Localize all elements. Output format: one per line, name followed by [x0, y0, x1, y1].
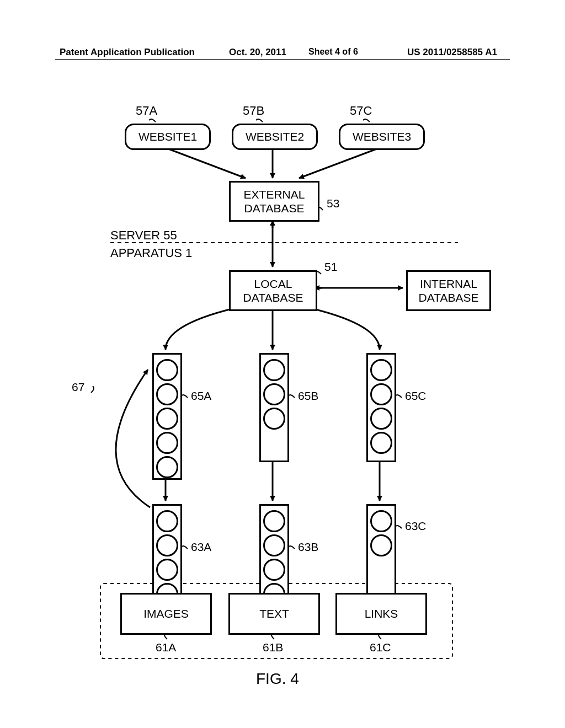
label-51: 51: [324, 260, 337, 274]
internal-db-box: INTERNAL DATABASE: [406, 270, 491, 311]
label-57c: 57C: [350, 104, 372, 118]
label-63a: 63A: [191, 540, 211, 554]
label-65b: 65B: [298, 389, 318, 403]
label-63c: 63C: [405, 520, 427, 533]
vbox-65b: [259, 353, 289, 462]
svg-line-0: [166, 148, 246, 178]
header-date: Oct. 20, 2011: [229, 47, 286, 58]
label-61a: 61A: [156, 641, 176, 654]
header-pubno: US 2011/0258585 A1: [407, 47, 497, 58]
header-sheet: Sheet 4 of 6: [308, 47, 358, 57]
figure-label: FIG. 4: [256, 670, 299, 688]
label-63b: 63B: [298, 540, 318, 554]
links-box: LINKS: [335, 593, 427, 635]
vbox-65c: [366, 353, 396, 462]
label-57b: 57B: [243, 104, 264, 118]
vbox-63c: [366, 504, 396, 595]
text-box: TEXT: [228, 593, 320, 635]
website1-box: WEBSITE1: [125, 124, 211, 150]
local-db-box: LOCAL DATABASE: [229, 270, 317, 311]
website2-box: WEBSITE2: [232, 124, 318, 150]
label-apparatus: APPARATUS 1: [110, 246, 192, 260]
label-65c: 65C: [405, 389, 427, 403]
vbox-65a: [152, 353, 182, 480]
external-db-box: EXTERNAL DATABASE: [229, 181, 319, 222]
label-61b: 61B: [263, 641, 283, 654]
header-rule: [55, 59, 510, 60]
images-box: IMAGES: [120, 593, 212, 635]
label-server: SERVER 55: [110, 228, 177, 243]
label-65a: 65A: [191, 389, 211, 403]
header-left: Patent Application Publication: [60, 47, 195, 58]
label-53: 53: [327, 197, 339, 210]
website3-box: WEBSITE3: [339, 124, 425, 150]
label-61c: 61C: [370, 641, 391, 654]
svg-line-2: [299, 148, 380, 178]
label-57a: 57A: [136, 104, 157, 118]
label-67: 67: [72, 381, 84, 394]
